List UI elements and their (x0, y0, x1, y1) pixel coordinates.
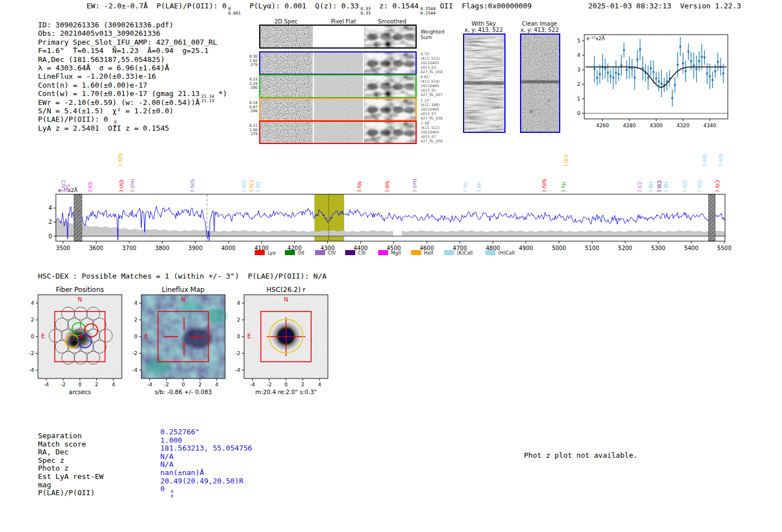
spectral-line-label: Hδ ( (476, 181, 481, 192)
legend-label: OII (298, 250, 304, 256)
svg-text:-4: -4 (132, 367, 137, 373)
svg-text:2: 2 (237, 317, 240, 323)
svg-text:0: 0 (577, 111, 580, 116)
svg-text:4: 4 (215, 382, 218, 387)
pixel-flat-image (314, 122, 363, 143)
info-line: Primary Spec_Slot_IFU_AMP: 427_061_007_R… (38, 38, 227, 46)
svg-text:0: 0 (182, 382, 185, 387)
match-row-value: 0.252766" (160, 428, 199, 436)
info-line: RA,Dec (181.563187,55.054825) (38, 55, 227, 64)
clean-image (520, 33, 560, 133)
match-row-label: Est LyA rest-EW (38, 472, 103, 481)
smoothed-image (364, 26, 416, 47)
svg-text:-2: -2 (235, 351, 240, 356)
legend-swatch (485, 250, 495, 255)
svg-text:0: 0 (284, 382, 288, 387)
svg-text:2: 2 (198, 382, 202, 387)
svg-text:-2: -2 (164, 382, 169, 387)
match-row-value: 181.563213, 55.054756 (160, 444, 252, 452)
spectral-line-label: OII ( (255, 181, 260, 192)
svg-text:-4: -4 (235, 367, 240, 373)
svg-text:3600: 3600 (89, 245, 103, 251)
svg-text:-4: -4 (250, 382, 255, 387)
spec2d-row-right-labels: 1.15"(412, 348)20210405v013_07427_RL_038 (421, 98, 460, 121)
svg-text:3: 3 (577, 67, 580, 73)
elixer-report-page: EW: -2.0±-0.7Å P(LAE)/P(OII): 000.001 P(… (0, 0, 782, 532)
spectral-line-label: Hε ( (462, 182, 468, 192)
cutout-xlabel: m:20.4 re:2.0" s:0.3" (255, 389, 317, 395)
header-qz-stack: 0.330.33 (360, 7, 370, 16)
svg-text:2: 2 (577, 82, 580, 87)
svg-text:2: 2 (31, 317, 34, 323)
spectral-line-label: HeII ( (412, 179, 417, 192)
spectral-line-label: CIII ( (656, 180, 662, 192)
info-line: Obs: 20210405v013_3090261336 (38, 29, 227, 37)
match-row-label: mag (38, 481, 51, 489)
legend-label: CIII (358, 250, 365, 256)
svg-text:4000: 4000 (221, 245, 235, 251)
legend-swatch (444, 250, 454, 255)
svg-text:4: 4 (49, 205, 52, 211)
match-row-value: 20.49(20.49,20.50)R (160, 477, 244, 485)
smoothed-image (364, 75, 416, 97)
spec2d-col-title: Pixel Flat (316, 18, 371, 25)
legend-swatch (315, 250, 325, 255)
report-datetime: 2025-01-03 08:32:13 (588, 2, 671, 10)
spec2d-row-left-labels: 0.140.87299 (246, 101, 258, 114)
spec2d-col-title: Smoothed (364, 18, 420, 25)
svg-text:4: 4 (237, 300, 240, 306)
linefit-chart: 01234542604280430043204340e⁻¹⁷x2Å (575, 31, 760, 131)
svg-text:4320: 4320 (676, 123, 689, 128)
match-row-value: 0 00 (160, 485, 173, 499)
svg-text:-4: -4 (147, 382, 152, 387)
svg-text:4: 4 (318, 382, 321, 387)
svg-text:-2: -2 (29, 351, 34, 356)
spectral-line-label: OIII ( (718, 155, 723, 166)
info-line: LyA z = 2.5401 OII z = 0.1545 (38, 124, 227, 132)
legend-label: HeII (424, 250, 433, 256)
info-line: EWr = -2.10(±0.59) (w: -2.00(±0.54))Å (38, 98, 227, 107)
spec2d-row (259, 121, 417, 144)
header-qz-value: 0.33 (341, 2, 359, 10)
match-table: Separation0.252766"Match score1.000RA, D… (38, 428, 328, 506)
pixel-flat-image (314, 99, 363, 120)
cutout-xlabel: arcsecs (69, 389, 90, 395)
svg-text:3800: 3800 (155, 245, 169, 251)
info-line: P(LAE)/P(OII): 0 00 (38, 115, 227, 123)
match-row-label: Photo z (38, 464, 69, 472)
svg-text:5500: 5500 (717, 245, 731, 251)
info-line: Cont(w) = 1.70(±0.01)e-17 (gmag 21.1321.… (38, 89, 227, 98)
spectral-line-label: CII ( (637, 182, 642, 192)
svg-text:4260: 4260 (596, 123, 609, 128)
header-qz-label: Q(z): (315, 2, 337, 10)
smoothed-image (364, 99, 416, 120)
header-z-type: OII (440, 2, 452, 10)
legend-swatch (285, 250, 295, 255)
spectral-line-label: Hβ ( (648, 181, 654, 192)
header-flags: Flags:0x00000009 (462, 2, 532, 10)
spectral-line-label: SiII (65, 184, 70, 192)
info-line: S/N = 5.4(±1.5) χ² = 1.2(±0.0) (38, 107, 227, 115)
info-line: λ = 4303.64Å σ = 6.96(±1.64)Å (38, 64, 227, 72)
header-line: EW: -2.0±-0.7Å P(LAE)/P(OII): 000.001 P(… (87, 2, 532, 16)
svg-text:4: 4 (577, 52, 580, 58)
cutout-xlabel: s/b: -0.86 +/- 0.083 (155, 389, 212, 395)
spec2d-row-left-labels: 0.301.82279 (246, 55, 258, 68)
north-label: N (284, 296, 288, 303)
smoothed-image (364, 52, 416, 74)
with-sky-image (463, 33, 506, 133)
report-version: Version 1.22.3 (680, 2, 741, 10)
svg-text:5400: 5400 (684, 245, 698, 251)
legend-swatch (345, 250, 355, 255)
svg-text:e⁻¹⁷x2Å: e⁻¹⁷x2Å (586, 35, 605, 41)
match-row-label: RA, Dec (38, 448, 69, 456)
match-row-value: nan(±nan)Å (160, 468, 204, 477)
spectral-line-label: CIV ( (249, 180, 254, 192)
spectral-line-label: Hβ ( (663, 181, 669, 192)
match-row-label: P(LAE)/P(OII) (38, 488, 95, 497)
header-plae-stack: 00.001 (228, 7, 241, 16)
legend-label: (H)CaII (498, 250, 514, 256)
svg-text:4280: 4280 (623, 123, 636, 128)
match-row-label: Match score (38, 440, 86, 448)
svg-text:1: 1 (577, 96, 580, 102)
